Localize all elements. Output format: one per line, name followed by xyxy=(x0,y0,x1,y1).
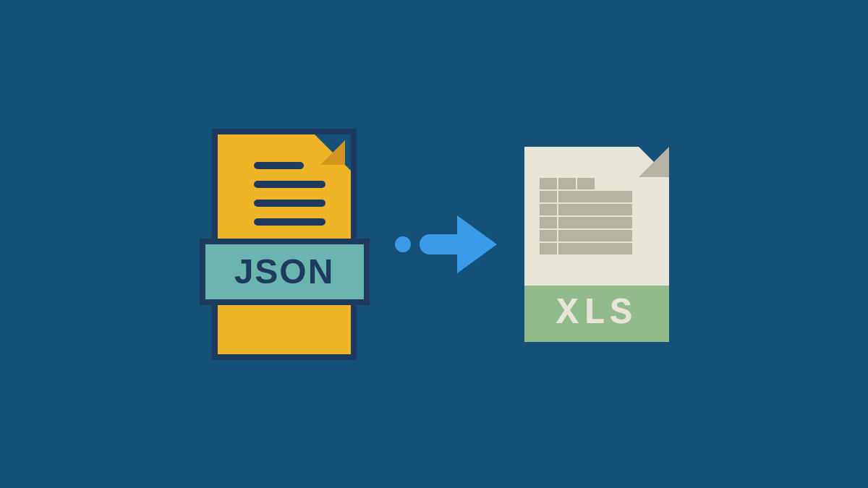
xls-label: XLS xyxy=(556,292,637,335)
grid-cell-icon xyxy=(558,216,633,229)
grid-cell-icon xyxy=(539,190,558,203)
json-label-band: JSON xyxy=(200,239,370,305)
json-label: JSON xyxy=(234,252,335,291)
text-line-icon xyxy=(254,218,326,226)
page-fold-icon xyxy=(639,147,669,177)
text-line-icon xyxy=(254,200,326,207)
arrow-dot-icon xyxy=(395,236,411,252)
text-line-icon xyxy=(254,162,304,169)
page-fold-icon xyxy=(320,140,345,165)
grid-cell-icon xyxy=(558,229,633,242)
grid-cell-icon xyxy=(539,242,558,255)
grid-cell-icon xyxy=(539,177,558,190)
json-text-lines xyxy=(254,162,326,226)
arrow-right-icon xyxy=(420,215,499,273)
grid-cell-icon xyxy=(539,216,558,229)
xls-label-band: XLS xyxy=(524,286,669,342)
grid-cell-icon xyxy=(539,203,558,216)
grid-cell-icon xyxy=(576,177,595,190)
spreadsheet-grid-icon xyxy=(539,177,633,255)
grid-cell-icon xyxy=(558,190,633,203)
grid-cell-icon xyxy=(558,203,633,216)
xls-file-icon: XLS xyxy=(524,147,669,342)
conversion-arrow-icon xyxy=(395,215,499,273)
grid-cell-icon xyxy=(558,242,633,255)
grid-cell-icon xyxy=(558,177,576,190)
json-file-icon: JSON xyxy=(200,129,370,360)
text-line-icon xyxy=(254,181,326,188)
grid-cell-icon xyxy=(539,229,558,242)
